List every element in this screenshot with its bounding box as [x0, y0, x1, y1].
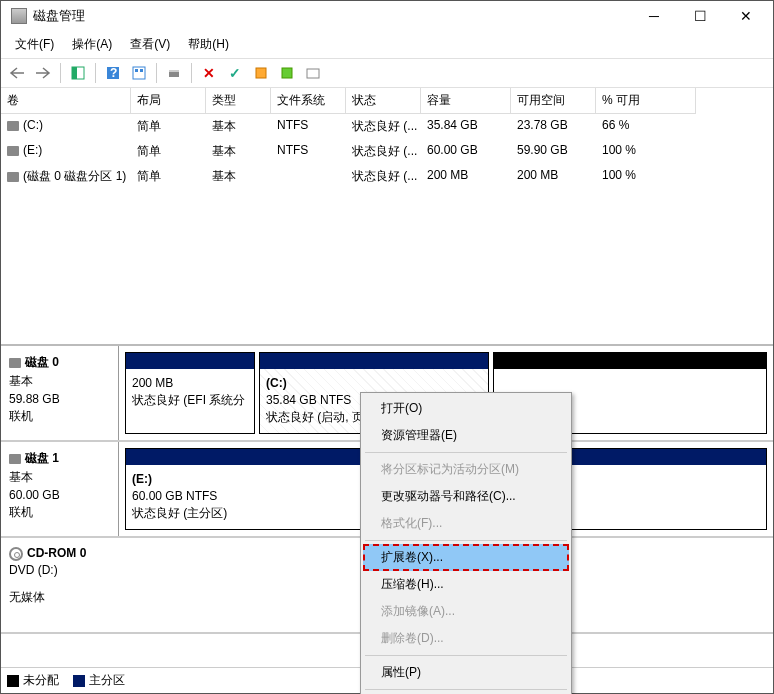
close-button[interactable]: ✕: [723, 1, 769, 31]
cm-open[interactable]: 打开(O): [363, 395, 569, 422]
menu-view[interactable]: 查看(V): [122, 33, 178, 56]
svg-rect-8: [169, 70, 179, 72]
separator: [95, 63, 96, 83]
new-button[interactable]: [249, 62, 273, 84]
partition-header: [126, 353, 254, 369]
cell-fs: NTFS: [271, 141, 346, 162]
separator: [365, 655, 567, 656]
cell-type: 基本: [206, 141, 271, 162]
cell-vol: (C:): [23, 118, 43, 132]
col-pctfree[interactable]: % 可用: [596, 88, 696, 114]
legend-primary: 主分区: [89, 673, 125, 687]
volume-icon: [7, 121, 19, 131]
back-button[interactable]: [5, 62, 29, 84]
forward-button[interactable]: [31, 62, 55, 84]
table-row[interactable]: (C:) 简单 基本 NTFS 状态良好 (... 35.84 GB 23.78…: [1, 114, 773, 139]
cm-mark-active: 将分区标记为活动分区(M): [363, 456, 569, 483]
volume-icon: [7, 146, 19, 156]
check-button[interactable]: ✓: [223, 62, 247, 84]
settings-button[interactable]: [127, 62, 151, 84]
disk-icon: [9, 454, 21, 464]
cm-format: 格式化(F)...: [363, 510, 569, 537]
disk-info[interactable]: CD-ROM 0 DVD (D:) 无媒体: [1, 538, 119, 632]
maximize-button[interactable]: ☐: [677, 1, 723, 31]
partition-header: [494, 353, 766, 369]
partition-header: [260, 353, 488, 369]
table-row[interactable]: (磁盘 0 磁盘分区 1) 简单 基本 状态良好 (... 200 MB 200…: [1, 164, 773, 189]
svg-text:?: ?: [110, 66, 117, 80]
menu-bar: 文件(F) 操作(A) 查看(V) 帮助(H): [1, 31, 773, 59]
cm-delete-volume: 删除卷(D)...: [363, 625, 569, 652]
col-type[interactable]: 类型: [206, 88, 271, 114]
svg-rect-5: [135, 69, 138, 72]
cell-fs: [271, 166, 346, 187]
disk-icon: [9, 358, 21, 368]
separator: [191, 63, 192, 83]
disk-status: 联机: [9, 408, 110, 425]
svg-rect-9: [256, 68, 266, 78]
refresh-button[interactable]: [162, 62, 186, 84]
disk-type: DVD (D:): [9, 563, 111, 577]
cell-pct: 100 %: [596, 166, 696, 187]
separator: [365, 540, 567, 541]
cell-cap: 60.00 GB: [421, 141, 511, 162]
legend-swatch-primary: [73, 675, 85, 687]
cdrom-icon: [9, 547, 23, 561]
cell-layout: 简单: [131, 141, 206, 162]
separator: [365, 452, 567, 453]
table-body: (C:) 简单 基本 NTFS 状态良好 (... 35.84 GB 23.78…: [1, 114, 773, 344]
disk-status: 无媒体: [9, 589, 111, 606]
cell-fs: NTFS: [271, 116, 346, 137]
disk-name: 磁盘 1: [25, 451, 59, 465]
legend-unalloc: 未分配: [23, 673, 59, 687]
context-menu: 打开(O) 资源管理器(E) 将分区标记为活动分区(M) 更改驱动器号和路径(C…: [360, 392, 572, 694]
separator: [365, 689, 567, 690]
cm-explorer[interactable]: 资源管理器(E): [363, 422, 569, 449]
cm-extend-volume[interactable]: 扩展卷(X)...: [363, 544, 569, 571]
rescan-button[interactable]: [275, 62, 299, 84]
col-free[interactable]: 可用空间: [511, 88, 596, 114]
cell-free: 59.90 GB: [511, 141, 596, 162]
help-button[interactable]: ?: [101, 62, 125, 84]
volume-icon: [7, 172, 19, 182]
disk-status: 联机: [9, 504, 110, 521]
cell-vol: (E:): [23, 143, 42, 157]
delete-button[interactable]: ✕: [197, 62, 221, 84]
menu-file[interactable]: 文件(F): [7, 33, 62, 56]
cell-layout: 简单: [131, 166, 206, 187]
cell-status: 状态良好 (...: [346, 166, 421, 187]
cell-layout: 简单: [131, 116, 206, 137]
cell-cap: 35.84 GB: [421, 116, 511, 137]
cm-add-mirror: 添加镜像(A)...: [363, 598, 569, 625]
cm-change-letter[interactable]: 更改驱动器号和路径(C)...: [363, 483, 569, 510]
col-status[interactable]: 状态: [346, 88, 421, 114]
menu-help[interactable]: 帮助(H): [180, 33, 237, 56]
properties-button[interactable]: [301, 62, 325, 84]
svg-rect-4: [133, 67, 145, 79]
legend-swatch-unalloc: [7, 675, 19, 687]
disk-name: CD-ROM 0: [27, 546, 86, 560]
separator: [60, 63, 61, 83]
cm-shrink-volume[interactable]: 压缩卷(H)...: [363, 571, 569, 598]
separator: [156, 63, 157, 83]
col-volume[interactable]: 卷: [1, 88, 131, 114]
disk-info[interactable]: 磁盘 0 基本 59.88 GB 联机: [1, 346, 119, 440]
partition[interactable]: 200 MB 状态良好 (EFI 系统分: [125, 352, 255, 434]
col-capacity[interactable]: 容量: [421, 88, 511, 114]
disk-info[interactable]: 磁盘 1 基本 60.00 GB 联机: [1, 442, 119, 536]
volume-table: 卷 布局 类型 文件系统 状态 容量 可用空间 % 可用 (C:) 简单 基本 …: [1, 88, 773, 345]
disk-type: 基本: [9, 373, 110, 390]
show-hide-button[interactable]: [66, 62, 90, 84]
cell-cap: 200 MB: [421, 166, 511, 187]
svg-rect-11: [307, 69, 319, 78]
table-row[interactable]: (E:) 简单 基本 NTFS 状态良好 (... 60.00 GB 59.90…: [1, 139, 773, 164]
minimize-button[interactable]: ─: [631, 1, 677, 31]
col-layout[interactable]: 布局: [131, 88, 206, 114]
menu-action[interactable]: 操作(A): [64, 33, 120, 56]
cell-pct: 66 %: [596, 116, 696, 137]
cm-properties[interactable]: 属性(P): [363, 659, 569, 686]
partition-body: 200 MB 状态良好 (EFI 系统分: [126, 369, 254, 433]
disk-type: 基本: [9, 469, 110, 486]
col-filesystem[interactable]: 文件系统: [271, 88, 346, 114]
disk-size: 59.88 GB: [9, 392, 110, 406]
